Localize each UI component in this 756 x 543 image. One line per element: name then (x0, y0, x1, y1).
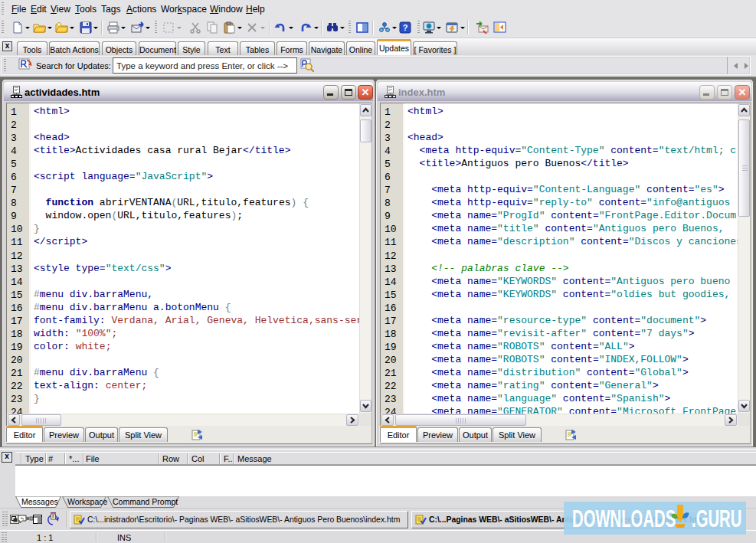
svg-text:?: ? (403, 23, 408, 32)
